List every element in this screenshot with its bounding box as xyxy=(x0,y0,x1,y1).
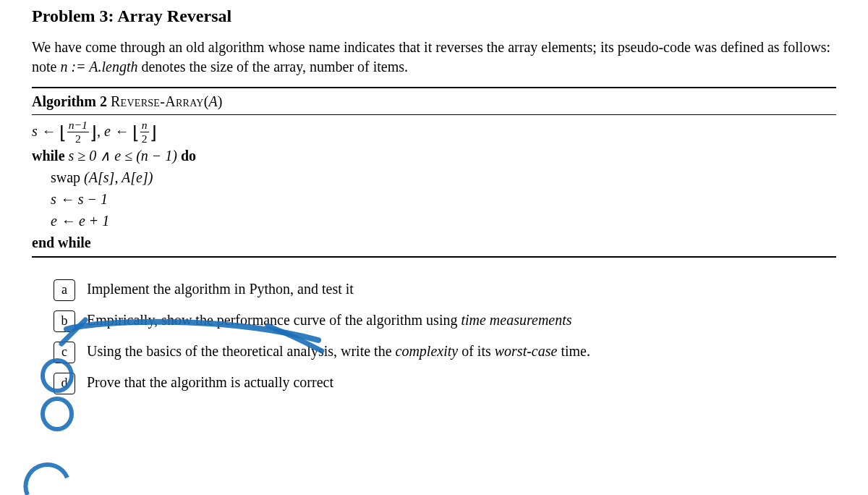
algorithm-title: Algorithm 2 Reverse-Array(A) xyxy=(32,88,836,115)
part-b: b Empirically, show the performance curv… xyxy=(45,310,836,342)
algo-line-update-s: s ← s − 1 xyxy=(32,188,836,210)
intro-var: n := A.length xyxy=(60,59,137,75)
part-a-text: Implement the algorithm in Python, and t… xyxy=(87,281,354,297)
algorithm-number: Algorithm 2 xyxy=(32,93,107,109)
parts-list: a Implement the algorithm in Python, and… xyxy=(45,279,836,404)
frac1-den: 2 xyxy=(67,132,89,145)
algo-line-while: while s ≥ 0 ∧ e ≤ (n − 1) do xyxy=(32,145,836,166)
part-c-prefix: Using the basics of the theoretical anal… xyxy=(87,343,396,359)
algorithm-arg: A xyxy=(208,93,217,109)
part-c-suffix: time. xyxy=(557,343,590,359)
init-s-label: s ← xyxy=(32,123,59,139)
page-root: Problem 3: Array Reversal We have come t… xyxy=(0,0,868,418)
part-c-em1: complexity xyxy=(396,343,459,359)
part-b-em: time measurements xyxy=(461,312,571,328)
algo-line-end: end while xyxy=(32,232,836,253)
algo-line-swap: swap (A[s], A[e]) xyxy=(32,166,836,188)
algorithm-name: Reverse-Array xyxy=(111,93,204,109)
part-c-em2: worst-case xyxy=(495,343,558,359)
part-c-mid: of its xyxy=(458,343,495,359)
part-c: c Using the basics of the theoretical an… xyxy=(45,342,836,373)
algorithm-block: Algorithm 2 Reverse-Array(A) s ← ⌊n−12⌋,… xyxy=(32,87,836,257)
part-b-marker: b xyxy=(54,310,75,332)
part-d-text: Prove that the algorithm is actually cor… xyxy=(87,374,333,390)
part-a-marker: a xyxy=(54,279,75,301)
part-c-marker: c xyxy=(54,342,75,363)
part-d-marker: d xyxy=(54,373,75,394)
frac2-den: 2 xyxy=(140,132,149,145)
init-e-label: , e ← xyxy=(97,123,132,139)
do-keyword: do xyxy=(181,148,196,164)
intro-paragraph: We have come through an old algorithm wh… xyxy=(32,38,836,77)
while-cond: s ≥ 0 ∧ e ≤ (n − 1) xyxy=(65,148,181,164)
algorithm-body: s ← ⌊n−12⌋, e ← ⌊n2⌋ while s ≥ 0 ∧ e ≤ (… xyxy=(32,115,836,255)
part-a: a Implement the algorithm in Python, and… xyxy=(45,279,836,310)
problem-title: Problem 3: Array Reversal xyxy=(32,4,836,28)
intro-text-2: denotes the size of the array, number of… xyxy=(137,59,408,75)
algo-line-init: s ← ⌊n−12⌋, e ← ⌊n2⌋ xyxy=(32,119,836,144)
algo-line-update-e: e ← e + 1 xyxy=(32,210,836,232)
frac2-num: n xyxy=(140,119,149,132)
part-b-text: Empirically, show the performance curve … xyxy=(87,312,461,328)
frac1-num: n−1 xyxy=(67,119,89,132)
part-d: d Prove that the algorithm is actually c… xyxy=(45,373,836,404)
while-keyword: while xyxy=(32,148,65,164)
